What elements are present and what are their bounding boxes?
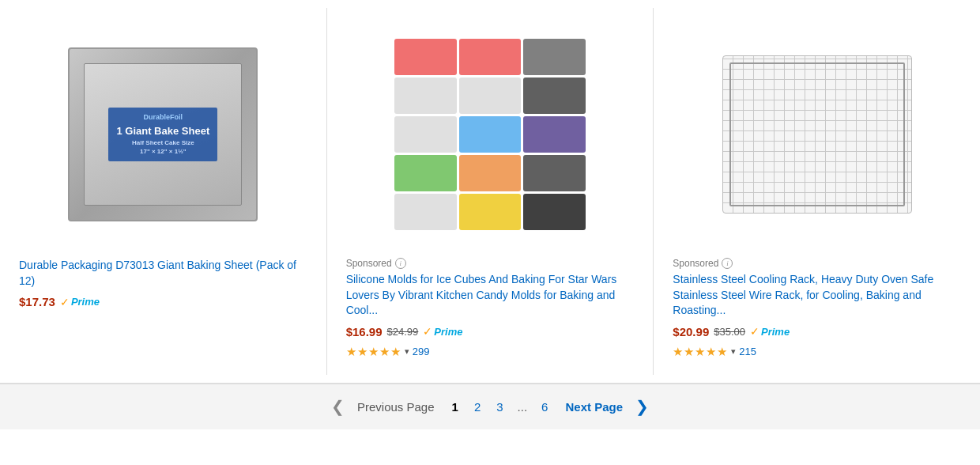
product-image-wrapper-3 — [673, 24, 961, 245]
product-listing-page: DurableFoil 1 Giant Bake Sheet Half Shee… — [0, 0, 980, 429]
stars-3: ★★★★★ — [673, 345, 728, 359]
previous-chevron-icon: ❮ — [331, 397, 345, 416]
price-main-3: $20.99 — [673, 325, 709, 338]
mold-cell — [523, 116, 586, 153]
prime-check-icon-2: ✓ — [423, 325, 432, 338]
mold-cell — [394, 78, 457, 114]
rack-border — [729, 62, 905, 206]
prime-check-icon-3: ✓ — [750, 325, 760, 338]
mold-cell — [394, 39, 457, 75]
mold-cell — [523, 155, 586, 191]
page-ellipsis: ... — [514, 399, 531, 415]
product-image-3 — [722, 55, 912, 214]
price-original-2: $24.99 — [387, 326, 419, 338]
mold-cell — [523, 78, 586, 114]
previous-page-button[interactable]: Previous Page — [351, 397, 441, 417]
star-row-2: ★★★★★ ▾ 299 — [346, 345, 430, 359]
stars-2: ★★★★★ — [346, 345, 401, 359]
mold-cell — [459, 194, 522, 230]
price-original-3: $35.00 — [714, 326, 745, 338]
prime-badge-2: ✓ Prime — [423, 325, 462, 338]
mold-cell — [459, 155, 522, 191]
product-card-1: DurableFoil 1 Giant Bake Sheet Half Shee… — [0, 8, 327, 375]
sponsored-label-3: Sponsored i — [673, 258, 733, 269]
product-title-3[interactable]: Stainless Steel Cooling Rack, Heavy Duty… — [673, 272, 961, 319]
star-dropdown-2[interactable]: ▾ — [405, 346, 409, 357]
price-main-1: $17.73 — [19, 295, 55, 308]
product-grid: DurableFoil 1 Giant Bake Sheet Half Shee… — [0, 0, 980, 384]
mold-cell — [459, 78, 522, 114]
next-page-button[interactable]: Next Page — [559, 397, 629, 417]
prime-check-icon-1: ✓ — [60, 296, 70, 308]
mold-cell — [523, 194, 586, 230]
product-title-2[interactable]: Silicone Molds for Ice Cubes And Baking … — [346, 272, 635, 319]
prime-text-3: Prime — [761, 326, 790, 338]
mold-cell — [459, 116, 522, 153]
product-card-3: Sponsored i Stainless Steel Cooling Rack… — [654, 8, 980, 375]
mold-cell — [394, 194, 457, 230]
price-main-2: $16.99 — [346, 325, 383, 338]
pagination-bar: ❮ Previous Page 1 2 3 ... 6 Next Page ❯ — [0, 384, 980, 429]
sponsored-label-2: Sponsored i — [346, 258, 406, 269]
info-icon-3[interactable]: i — [722, 258, 733, 269]
product-image-1: DurableFoil 1 Giant Bake Sheet Half Shee… — [68, 47, 258, 221]
star-dropdown-3[interactable]: ▾ — [731, 346, 736, 357]
mold-cell — [459, 39, 522, 75]
product-image-wrapper-2 — [346, 24, 635, 245]
page-number-1: 1 — [447, 399, 463, 415]
mold-cell — [394, 155, 457, 191]
star-row-3: ★★★★★ ▾ 215 — [673, 345, 756, 359]
price-row-1: $17.73 ✓ Prime — [19, 295, 100, 308]
next-chevron-icon: ❯ — [635, 397, 649, 416]
review-count-2[interactable]: 299 — [413, 346, 430, 357]
product-image-wrapper-1: DurableFoil 1 Giant Bake Sheet Half Shee… — [19, 24, 307, 245]
page-number-2[interactable]: 2 — [469, 399, 485, 415]
price-row-2: $16.99 $24.99 ✓ Prime — [346, 325, 463, 338]
prime-text-1: Prime — [71, 296, 100, 308]
product-title-1[interactable]: Durable Packaging D73013 Giant Baking Sh… — [19, 258, 307, 289]
product-card-2: Sponsored i Silicone Molds for Ice Cubes… — [327, 8, 654, 375]
review-count-3[interactable]: 215 — [739, 346, 756, 357]
mold-cell — [523, 39, 586, 75]
page-number-3[interactable]: 3 — [492, 399, 507, 415]
prime-text-2: Prime — [434, 326, 462, 338]
prime-badge-3: ✓ Prime — [750, 325, 790, 338]
info-icon-2[interactable]: i — [395, 258, 406, 269]
price-row-3: $20.99 $35.00 ✓ Prime — [673, 325, 790, 338]
mold-cell — [394, 116, 457, 153]
page-number-6[interactable]: 6 — [537, 399, 552, 415]
product-image-2 — [391, 36, 589, 233]
prime-badge-1: ✓ Prime — [60, 296, 100, 308]
